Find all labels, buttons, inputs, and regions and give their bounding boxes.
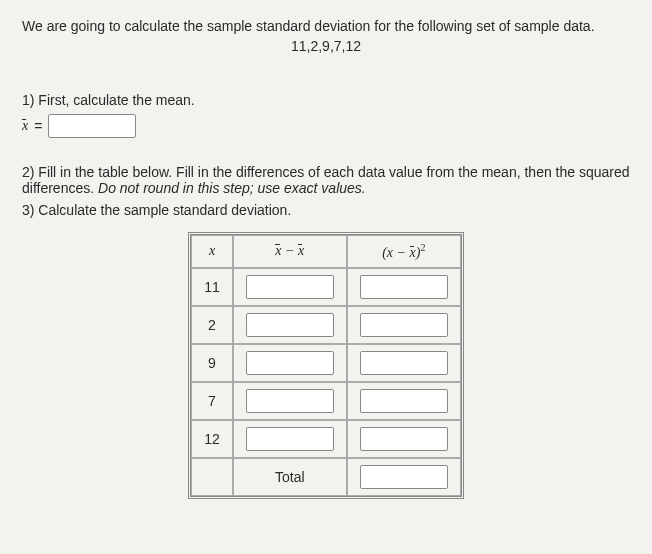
x-value: 11 [191, 268, 233, 306]
diff-input-4[interactable] [246, 427, 334, 451]
diff-input-1[interactable] [246, 313, 334, 337]
table-row: 11 [191, 268, 461, 306]
intro-text: We are going to calculate the sample sta… [22, 18, 630, 34]
diff-input-3[interactable] [246, 389, 334, 413]
question-3: 3) Calculate the sample standard deviati… [22, 202, 630, 218]
x-value: 2 [191, 306, 233, 344]
table-row: 2 [191, 306, 461, 344]
col-header-x: x [191, 235, 233, 268]
table-total-row: Total [191, 458, 461, 496]
sq-input-3[interactable] [360, 389, 448, 413]
table-wrapper: x x − x (x − x)2 11 2 9 7 12 Total [22, 232, 630, 499]
table-header-row: x x − x (x − x)2 [191, 235, 461, 268]
table-row: 7 [191, 382, 461, 420]
empty-cell [191, 458, 233, 496]
x-value: 12 [191, 420, 233, 458]
total-label: Total [233, 458, 347, 496]
table-row: 12 [191, 420, 461, 458]
question-1: 1) First, calculate the mean. [22, 92, 630, 108]
x-value: 7 [191, 382, 233, 420]
deviation-table: x x − x (x − x)2 11 2 9 7 12 Total [188, 232, 464, 499]
col-header-diff: x − x [233, 235, 347, 268]
sq-input-2[interactable] [360, 351, 448, 375]
question-2: 2) Fill in the table below. Fill in the … [22, 164, 630, 196]
table-row: 9 [191, 344, 461, 382]
mean-input[interactable] [48, 114, 136, 138]
diff-input-2[interactable] [246, 351, 334, 375]
equals-sign: = [34, 118, 42, 134]
mean-input-row: x = [22, 114, 630, 138]
sq-input-1[interactable] [360, 313, 448, 337]
dataset-text: 11,2,9,7,12 [22, 38, 630, 54]
sq-input-0[interactable] [360, 275, 448, 299]
x-bar-symbol: x [22, 118, 28, 134]
col-header-sq: (x − x)2 [347, 235, 461, 268]
sq-input-4[interactable] [360, 427, 448, 451]
total-input[interactable] [360, 465, 448, 489]
q2-part-b: Do not round in this step; use exact val… [98, 180, 366, 196]
x-value: 9 [191, 344, 233, 382]
diff-input-0[interactable] [246, 275, 334, 299]
